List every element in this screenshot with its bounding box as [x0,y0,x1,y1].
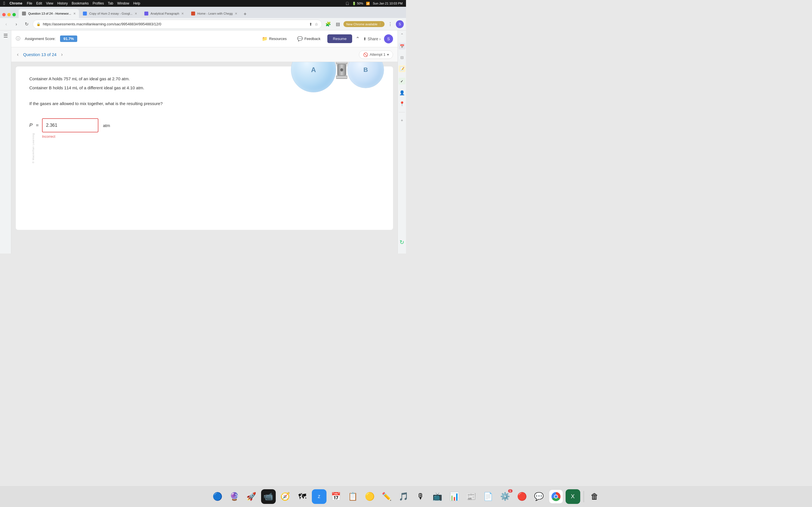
tab-hum2[interactable]: Copy of Hum 2 essay - Googl... × [80,9,140,18]
tab-close-analytical[interactable]: × [182,11,184,16]
menu-edit[interactable]: Edit [36,1,42,5]
next-question-button[interactable]: › [60,50,64,59]
user-avatar-header[interactable]: S [384,34,393,43]
connector-body [337,64,346,75]
menu-file[interactable]: File [27,1,32,5]
container-a-label: A [311,66,316,74]
menu-tab[interactable]: Tab [108,1,113,5]
tab-bar: Question 13 of 24 - Homewor... × Copy of… [0,7,406,18]
bookmark-icon[interactable]: ☆ [315,22,318,26]
person-panel-icon[interactable]: 👤 [399,90,405,96]
score-badge: 91.7% [60,36,77,42]
main-content: ⓘ Assignment Score: 91.7% 📁 Resources 💬 … [11,31,398,253]
url-text: https://assessments.macmillanlearning.co… [43,22,307,26]
menu-window[interactable]: Window [117,1,130,5]
menu-view[interactable]: View [46,1,53,5]
new-tab-button[interactable]: + [241,10,249,18]
answer-input[interactable] [42,118,98,132]
maximize-window-btn[interactable] [12,13,16,16]
score-label: Assignment Score: [25,37,56,41]
feedback-label: Feedback [305,37,320,41]
menu-bar:  Chrome File Edit View History Bookmark… [0,0,406,7]
sidebar-toggle-icon[interactable]: ☰ [3,33,8,39]
resume-button[interactable]: Resume [327,34,352,43]
close-window-btn[interactable] [2,13,6,16]
connector-valve [336,62,347,79]
tab-title-chegg: Home - Learn with Chegg [197,12,233,15]
filter-panel-icon[interactable]: ⊟ [400,55,404,60]
tab-favicon-hum2 [83,11,87,15]
toolbar: ‹ › ↻ 🔒 https://assessments.macmillanlea… [0,18,406,31]
unit-label: atm [103,123,110,128]
content-area: ☰ ⓘ Assignment Score: 91.7% 📁 Resources … [0,31,406,253]
equals-sign: = [36,122,39,128]
calendar-panel-icon[interactable]: 📅 [399,43,405,50]
feedback-button[interactable]: 💬 Feedback [294,34,324,43]
sync-icon: ↻ [400,239,404,251]
answer-section: P = Incorrect atm [29,118,384,132]
resources-icon: 📁 [262,36,267,41]
extensions-icon[interactable]: 🧩 [324,20,332,28]
menu-items: File Edit View History Bookmarks Profile… [27,1,140,5]
apple-menu[interactable]:  [3,1,5,6]
container-a: A [291,62,336,93]
new-chrome-badge[interactable]: New Chrome available ⋮ [343,21,385,27]
chrome-menu-icon[interactable]: ⋮ [386,20,394,28]
question-card: © Macmillan Learning A [16,66,393,230]
far-right-panel: ⌃ 📅 ⊟ 📝 ✓ 👤 📍 + ↻ [398,31,406,253]
tab-favicon-chegg [191,11,195,15]
minimize-window-btn[interactable] [7,13,11,16]
menu-profiles[interactable]: Profiles [93,1,104,5]
tab-analytical[interactable]: Analytical Paragraph × [141,9,187,18]
connector-top [336,62,347,64]
forward-button[interactable]: › [12,20,20,28]
sidebar-toggle[interactable]: ☰ [0,31,11,253]
info-icon: ⓘ [16,36,20,42]
question-label: Question 13 of 24 [23,52,56,57]
incorrect-label: Incorrect [42,135,55,138]
attempt-label: Attempt 1 [370,52,386,57]
tab-close-hum2[interactable]: × [135,11,137,16]
new-chrome-menu-icon: ⋮ [378,22,382,26]
notes-panel-icon[interactable]: 📝 [399,65,405,72]
container-b: B [347,62,384,88]
gas-diagram: A B [291,62,384,93]
resources-label: Resources [269,37,287,41]
refresh-button[interactable]: ↻ [22,20,31,28]
tab-favicon-analytical [144,11,148,15]
gas-diagram-container: A B [291,62,384,93]
answer-input-container: Incorrect [42,118,98,132]
attempt-dropdown-icon: ▾ [387,53,389,57]
address-bar[interactable]: 🔒 https://assessments.macmillanlearning.… [33,20,322,29]
menu-bookmarks[interactable]: Bookmarks [71,1,89,5]
valve-knob [340,68,344,72]
resources-button[interactable]: 📁 Resources [258,34,290,43]
expand-icon[interactable]: ⌃ [356,36,360,42]
location-panel-icon[interactable]: 📍 [399,101,405,107]
assignment-header: ⓘ Assignment Score: 91.7% 📁 Resources 💬 … [11,31,398,47]
menu-history[interactable]: History [57,1,68,5]
sidebar-icon[interactable]: ▤ [334,20,342,28]
tab-close-chegg[interactable]: × [235,11,237,16]
tab-close-question[interactable]: × [73,11,75,16]
feedback-icon: 💬 [297,36,303,41]
collapse-panel-icon[interactable]: ⌃ [400,33,404,37]
tab-chegg[interactable]: Home - Learn with Chegg × [188,9,241,18]
share-action-icon[interactable]: ⬆ Share › [363,37,380,41]
profile-avatar[interactable]: S [396,20,404,28]
new-chrome-label: New Chrome available [346,22,377,26]
battery-icon: 🔋 50% [352,2,363,5]
attempt-icon: 🚫 [363,52,368,57]
menu-help[interactable]: Help [133,1,140,5]
back-button[interactable]: ‹ [2,20,10,28]
app-name: Chrome [10,1,22,5]
connector-bottom [336,75,347,79]
prev-question-button[interactable]: ‹ [16,50,20,59]
tab-question[interactable]: Question 13 of 24 - Homewor... × [18,9,79,18]
tab-favicon-question [22,11,26,15]
tab-title-hum2: Copy of Hum 2 essay - Googl... [89,12,132,15]
add-panel-icon[interactable]: + [401,118,403,122]
check-panel-icon[interactable]: ✓ [399,78,405,84]
p-label: P [29,122,33,128]
attempt-button[interactable]: 🚫 Attempt 1 ▾ [359,50,393,59]
